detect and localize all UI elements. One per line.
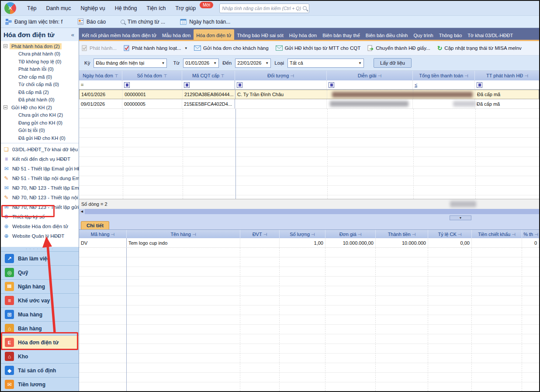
update-status-button[interactable]: ↻ Cập nhật trạng thái từ MISA melnv — [437, 45, 522, 51]
dropdown-caret-icon[interactable]: ▾ — [185, 46, 187, 50]
pin-icon[interactable] — [114, 73, 118, 78]
filter-cell[interactable]: ≤ — [413, 80, 475, 89]
tree-item[interactable]: Gửi HĐ cho KH (2) — [3, 104, 79, 111]
tab[interactable]: Tờ khai 03/DL-HĐĐT — [465, 29, 516, 41]
detail-column-header[interactable]: Tên hàng — [127, 230, 240, 238]
tab[interactable]: Thông báo — [436, 29, 465, 41]
nav-item[interactable]: Hóa đơn điện tử — [1, 335, 79, 349]
menu-item[interactable]: Tệp — [22, 3, 42, 13]
nav-item[interactable]: Ngân hàng — [1, 279, 79, 293]
tree-item[interactable]: Từ chối cấp mã (0) — [3, 81, 79, 89]
pin-icon[interactable] — [358, 232, 362, 237]
tab[interactable]: Hủy hóa đơn — [286, 29, 319, 41]
filter-cell[interactable] — [327, 80, 413, 89]
pin-icon[interactable] — [111, 232, 115, 237]
tab[interactable]: Biên bản thay thế — [320, 29, 363, 41]
filter-checkbox-icon[interactable] — [477, 82, 482, 88]
column-header[interactable]: TT phát hành HĐ — [475, 71, 540, 80]
tree-item[interactable]: Đã gửi HĐ cho KH (0) — [3, 134, 79, 142]
send-mtt-cqt-button[interactable]: Gửi HĐ khởi tạo từ MTT cho CQT — [276, 45, 361, 51]
detail-column-header[interactable]: Mã hàng — [79, 230, 127, 238]
invoice-row[interactable]: 09/01/2026 00000005 215EE5BFCA402D4... Đ… — [79, 99, 539, 109]
column-header[interactable]: Đối tượng — [235, 71, 327, 80]
menu-item[interactable]: Tiện ích — [142, 3, 171, 13]
horizontal-scrollbar[interactable]: ◀ — [79, 209, 539, 214]
posting-date-button[interactable]: Ngày hạch toán... — [180, 18, 230, 25]
reports-button[interactable]: Báo cáo — [77, 18, 106, 25]
sidebar-link[interactable]: NĐ 51 - Thiết lập nội dung Em — [1, 173, 79, 183]
load-data-button[interactable]: Lấy dữ liệu — [374, 58, 412, 68]
detail-row[interactable]: DV Tem logo cup indo 1,00 10.000.000,00 … — [79, 238, 539, 248]
sidebar-link[interactable]: Website Quản lý HĐĐT — [1, 231, 79, 241]
nav-item[interactable]: Mua hàng — [1, 307, 79, 321]
tree-item[interactable]: Phát hành hóa đơn (2) — [3, 42, 79, 50]
pin-icon[interactable] — [311, 232, 315, 237]
nav-item[interactable]: Bán hàng — [1, 321, 79, 335]
tree-item[interactable]: Gửi bị lỗi (0) — [3, 127, 79, 135]
tree-item[interactable]: Chờ cấp mã (0) — [3, 73, 79, 81]
app-logo-icon[interactable] — [4, 2, 16, 14]
nav-grip-handle[interactable]: . . . . . . . . — [1, 247, 79, 251]
sidebar-link[interactable]: NĐ 70, NĐ 123 - Thiết lập gửi — [1, 202, 79, 212]
batch-publish-button[interactable]: Phát hành hàng loạt... ▾ — [124, 45, 187, 51]
pin-icon[interactable] — [163, 73, 167, 78]
pin-icon[interactable] — [412, 232, 416, 237]
tree-item[interactable]: TĐ không hợp lệ (0) — [3, 58, 79, 66]
working-on-button[interactable]: Đang làm việc trên: f — [5, 18, 62, 25]
tree-item[interactable]: Chưa gửi cho KH (2) — [3, 111, 79, 119]
sidebar-link[interactable]: Kết nối đến dịch vụ HĐĐT — [1, 154, 79, 164]
filter-cell[interactable] — [235, 80, 327, 89]
tree-item[interactable]: Phát hành lỗi (0) — [3, 66, 79, 73]
sidebar-link[interactable]: Thiết lập ký số — [1, 212, 79, 222]
tree-item[interactable]: Đã cấp mã (2) — [3, 88, 79, 96]
menu-item[interactable]: Trợ giúp — [171, 3, 201, 13]
to-date-select[interactable]: 22/01/2026▼ — [235, 59, 271, 68]
scroll-left-icon[interactable]: ◀ — [79, 209, 85, 214]
filter-cell[interactable] — [475, 80, 539, 89]
pin-icon[interactable] — [378, 73, 382, 78]
filter-checkbox-icon[interactable] — [329, 82, 334, 88]
detail-column-header[interactable]: Thành tiền — [376, 230, 428, 238]
tab[interactable]: Mẫu hóa đơn — [159, 29, 194, 41]
filter-checkbox-icon[interactable] — [124, 82, 130, 88]
collapse-detail-button[interactable] — [450, 215, 471, 220]
pin-icon[interactable] — [221, 73, 225, 78]
menu-item[interactable]: Hệ thống — [110, 3, 142, 13]
filter-cell[interactable]: = — [79, 80, 122, 89]
pin-icon[interactable] — [192, 232, 196, 237]
pin-icon[interactable] — [290, 73, 294, 78]
feature-search[interactable] — [219, 3, 309, 13]
column-header[interactable]: Diễn giải — [327, 71, 413, 80]
tree-item[interactable]: Chưa phát hành (0) — [3, 50, 79, 58]
tab[interactable]: Quy trình — [411, 29, 436, 41]
pin-icon[interactable] — [458, 232, 462, 237]
pin-icon[interactable] — [263, 232, 267, 237]
sidebar-link[interactable]: NĐ 51 - Thiết lập Email gửi HĐ — [1, 164, 79, 173]
menu-item[interactable]: Danh mục — [42, 3, 76, 13]
pin-icon[interactable] — [464, 73, 468, 78]
type-select[interactable]: Tất cả▼ — [287, 59, 364, 68]
nav-item[interactable]: Tiền lương — [1, 377, 79, 391]
tree-item[interactable]: Đã phát hành (0) — [3, 96, 79, 104]
from-date-select[interactable]: 01/01/2026▼ — [183, 59, 219, 68]
filter-checkbox-icon[interactable] — [184, 82, 190, 88]
filter-checkbox-icon[interactable] — [237, 82, 242, 88]
filter-cell[interactable] — [122, 80, 182, 89]
nav-item[interactable]: Kho — [1, 349, 79, 363]
publish-button[interactable]: Phát hành... — [82, 45, 117, 51]
sidebar-link[interactable]: 03/DL-HĐĐT_Tờ khai dữ liệu — [1, 145, 79, 154]
pin-icon[interactable] — [512, 232, 516, 237]
sidebar-link[interactable]: NĐ 70, NĐ 123 - Thiết lập Em — [1, 183, 79, 193]
detail-column-header[interactable]: Tiền chiết khấu — [472, 230, 522, 238]
convert-paper-button[interactable]: Chuyển thành HĐ giấy... — [367, 45, 430, 51]
collapse-node-icon[interactable] — [3, 105, 7, 109]
send-to-customer-button[interactable]: Gửi hóa đơn cho khách hàng — [194, 45, 269, 51]
sidebar-link[interactable]: Website Hóa đơn điện tử — [1, 222, 79, 231]
collapse-node-icon[interactable] — [3, 44, 7, 48]
detail-column-header[interactable]: Đơn giá — [325, 230, 376, 238]
invoice-row[interactable]: 14/01/2026 00000001 2129DA38EA860444... … — [79, 90, 539, 99]
nav-item[interactable]: Quỹ — [1, 265, 79, 279]
nav-item[interactable]: Tài sản cố định — [1, 363, 79, 377]
search-icon[interactable] — [303, 6, 307, 10]
tab[interactable]: Hóa đơn điện tử — [194, 29, 234, 41]
